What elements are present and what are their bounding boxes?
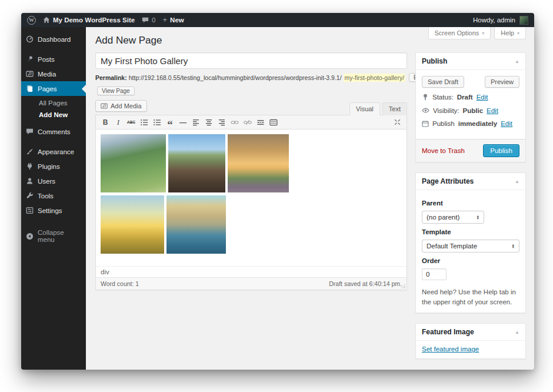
collapse-toggle-icon[interactable]: ▲: [515, 59, 519, 64]
template-select-value: Default Template: [427, 242, 477, 250]
edit-visibility-link[interactable]: Edit: [487, 107, 498, 114]
sidebar-label: Dashboard: [38, 36, 71, 43]
page-attributes-body: Parent (no parent) ▲▼ Template Default T…: [416, 190, 525, 313]
publish-box-title: Publish: [422, 57, 447, 65]
sidebar-label: Tools: [38, 192, 54, 200]
gallery-image-mountain-landscape[interactable]: [101, 134, 166, 192]
featured-image-body: Set featured image: [416, 341, 525, 358]
sidebar-item-pages[interactable]: Pages: [21, 81, 86, 96]
gallery-image-railway-tracks[interactable]: [168, 134, 225, 192]
sidebar-item-plugins[interactable]: Plugins: [21, 159, 86, 174]
move-to-trash-link[interactable]: Move to Trash: [422, 147, 465, 154]
add-media-button[interactable]: Add Media: [95, 100, 147, 112]
home-icon: [43, 16, 50, 24]
align-right-button[interactable]: [215, 117, 228, 128]
wordpress-logo-icon[interactable]: W: [27, 16, 36, 25]
visibility-row: Visibility: Public Edit: [422, 107, 519, 114]
sidebar-item-all-pages[interactable]: All Pages: [21, 97, 86, 109]
bold-button[interactable]: B: [99, 117, 112, 128]
draft-saved-status: Draft saved at 6:40:14 pm.: [329, 280, 402, 287]
remove-link-button[interactable]: [241, 117, 254, 128]
admin-bar-comments-link[interactable]: 0: [142, 16, 155, 24]
tab-visual[interactable]: Visual: [349, 102, 380, 115]
admin-bar-site-link[interactable]: My Demo WordPress Site: [43, 16, 135, 24]
editor-content-area[interactable]: [96, 129, 407, 266]
sidebar-item-comments[interactable]: Comments: [21, 124, 86, 139]
fullscreen-button[interactable]: [391, 117, 404, 128]
sidebar-label: Collapse menu: [38, 229, 81, 243]
publish-box-header[interactable]: Publish ▲: [416, 53, 525, 70]
blockquote-button[interactable]: “: [164, 119, 176, 131]
editor-header: Add Media Visual Text: [95, 100, 407, 115]
wordpress-admin-window: W My Demo WordPress Site 0 + New Howdy, …: [21, 13, 534, 370]
gallery-image-canal-houses[interactable]: [166, 195, 226, 254]
numbered-list-button[interactable]: [151, 117, 164, 128]
collapse-menu-button[interactable]: Collapse menu: [21, 225, 86, 247]
publish-box-body: Save Draft Preview Status: Draft Edit Vi…: [416, 70, 525, 139]
toolbar-toggle-button[interactable]: [267, 117, 280, 128]
status-label: Status:: [432, 94, 454, 101]
sidebar-item-settings[interactable]: Settings: [21, 203, 86, 218]
view-page-button[interactable]: View Page: [97, 87, 135, 95]
sidebar-item-posts[interactable]: Posts: [21, 52, 86, 67]
order-label: Order: [422, 257, 519, 264]
order-input[interactable]: [422, 268, 447, 280]
admin-bar-new-link[interactable]: + New: [163, 16, 184, 24]
template-select[interactable]: Default Template ▲▼: [422, 240, 519, 253]
publish-box-footer: Move to Trash Publish: [416, 139, 525, 162]
sidebar-item-add-new[interactable]: Add New: [21, 109, 86, 121]
paintbrush-icon: [26, 148, 34, 155]
page-attributes-header[interactable]: Page Attributes ▲: [416, 173, 525, 190]
comment-bubble-icon: [142, 16, 149, 24]
align-left-icon: [192, 118, 200, 127]
post-title-input[interactable]: [95, 52, 407, 69]
collapse-toggle-icon[interactable]: ▲: [515, 179, 519, 184]
tab-text[interactable]: Text: [382, 102, 407, 115]
wrench-icon: [26, 192, 34, 200]
set-featured-image-link[interactable]: Set featured image: [422, 346, 479, 353]
preview-button[interactable]: Preview: [485, 76, 519, 88]
publish-time-label: Publish: [432, 120, 455, 127]
sidebar-item-dashboard[interactable]: Dashboard: [21, 32, 86, 46]
screen-options-button[interactable]: Screen Options ▾: [428, 27, 491, 39]
sidebar-item-media[interactable]: Media: [21, 67, 86, 81]
help-button[interactable]: Help ▾: [494, 27, 526, 39]
media-icon: [26, 70, 34, 78]
menu-separator: [21, 218, 86, 223]
featured-image-header[interactable]: Featured Image ▲: [416, 324, 525, 341]
publish-time-value: immediately: [458, 120, 497, 127]
settings-sliders-icon: [26, 207, 34, 214]
comment-count: 0: [152, 16, 155, 24]
status-pin-icon: [422, 94, 429, 101]
sidebar-item-tools[interactable]: Tools: [21, 188, 86, 203]
gallery-image-sunrise-field[interactable]: [101, 195, 164, 254]
sidebar-item-appearance[interactable]: Appearance: [21, 144, 86, 159]
edit-status-link[interactable]: Edit: [477, 94, 488, 101]
align-center-button[interactable]: [202, 117, 215, 128]
more-tag-button[interactable]: [254, 117, 267, 128]
edit-schedule-link[interactable]: Edit: [501, 120, 512, 127]
permalink-slug[interactable]: my-first-photo-gallery/: [344, 74, 406, 82]
italic-button[interactable]: I: [112, 117, 125, 128]
insert-link-button[interactable]: [228, 117, 241, 128]
editor-element-path[interactable]: div: [96, 266, 407, 277]
screen-meta-links: Screen Options ▾ Help ▾: [428, 27, 526, 39]
new-label: New: [170, 16, 184, 24]
bulleted-list-button[interactable]: [138, 117, 151, 128]
collapse-toggle-icon[interactable]: ▲: [515, 330, 519, 335]
admin-menu: Dashboard Posts Media Pages All Pages Ad…: [21, 27, 86, 247]
horizontal-rule-button[interactable]: —: [176, 117, 189, 128]
gallery-image-autumn-orchard[interactable]: [228, 134, 289, 192]
sidebar-item-users[interactable]: Users: [21, 174, 86, 188]
parent-label: Parent: [422, 200, 519, 207]
sidebar-label: Users: [38, 178, 55, 185]
parent-select[interactable]: (no parent) ▲▼: [422, 211, 484, 224]
save-draft-button[interactable]: Save Draft: [422, 76, 464, 88]
align-left-button[interactable]: [189, 117, 202, 128]
fullscreen-icon: [394, 118, 401, 126]
admin-bar-account[interactable]: Howdy, admin: [473, 16, 528, 25]
permalink-url: http://192.168.0.55/testing_local/hummin…: [129, 74, 342, 81]
align-right-icon: [218, 118, 226, 127]
strikethrough-button[interactable]: ABC: [125, 117, 138, 128]
publish-button[interactable]: Publish: [483, 144, 519, 157]
